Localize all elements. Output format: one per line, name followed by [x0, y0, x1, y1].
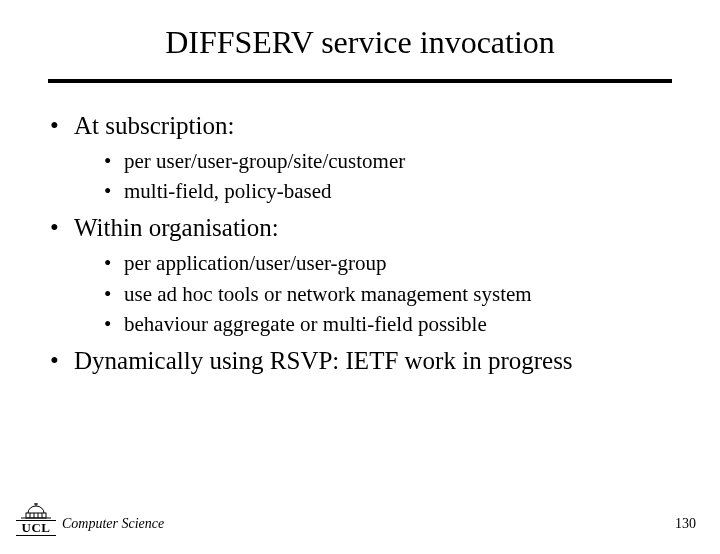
- bullet-text: At subscription:: [74, 112, 234, 139]
- bullet-text: Within organisation:: [74, 214, 279, 241]
- svg-rect-1: [26, 513, 46, 518]
- slide-footer: UCL Computer Science 130: [0, 496, 720, 536]
- slide-body: At subscription: per user/user-group/sit…: [0, 83, 720, 378]
- sub-bullet-item: use ad hoc tools or network management s…: [102, 280, 676, 308]
- bullet-item: At subscription: per user/user-group/sit…: [44, 109, 676, 205]
- bullet-item: Within organisation: per application/use…: [44, 211, 676, 338]
- sub-bullet-list: per user/user-group/site/customer multi-…: [74, 147, 676, 206]
- sub-bullet-list: per application/user/user-group use ad h…: [74, 249, 676, 338]
- sub-bullet-item: per user/user-group/site/customer: [102, 147, 676, 175]
- bullet-item: Dynamically using RSVP: IETF work in pro…: [44, 344, 676, 378]
- ucl-logo: UCL: [16, 501, 56, 536]
- logo-text: UCL: [16, 520, 56, 536]
- slide-title: DIFFSERV service invocation: [0, 0, 720, 71]
- sub-bullet-item: behaviour aggregate or multi-field possi…: [102, 310, 676, 338]
- dome-icon: [19, 501, 53, 519]
- page-number: 130: [675, 516, 696, 532]
- bullet-list: At subscription: per user/user-group/sit…: [44, 109, 676, 378]
- bullet-text: Dynamically using RSVP: IETF work in pro…: [74, 347, 573, 374]
- sub-bullet-item: multi-field, policy-based: [102, 177, 676, 205]
- sub-bullet-item: per application/user/user-group: [102, 249, 676, 277]
- department-label: Computer Science: [62, 516, 164, 532]
- slide: DIFFSERV service invocation At subscript…: [0, 0, 720, 554]
